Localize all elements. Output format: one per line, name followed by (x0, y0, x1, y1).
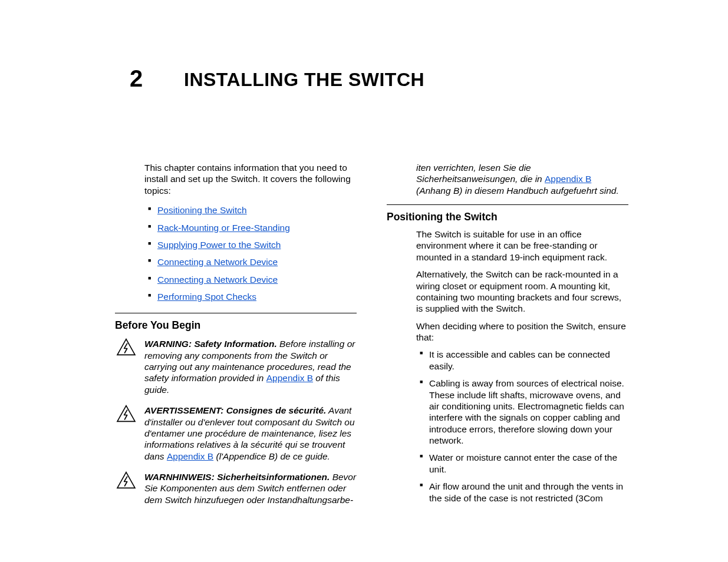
positioning-heading: Positioning the Switch (387, 211, 628, 224)
toc-item: Rack-Mounting or Free-Standing (148, 222, 357, 233)
warning-block-fr: AVERTISSEMENT: Consignes de sécurité. Av… (115, 405, 357, 462)
appendix-link[interactable]: Appendix B (167, 451, 213, 461)
positioning-p1: The Switch is suitable for use in an off… (416, 229, 628, 263)
positioning-p3: When deciding where to position the Swit… (416, 320, 628, 343)
toc-item: Positioning the Switch (148, 204, 357, 216)
svg-marker-2 (117, 472, 135, 488)
warning-block-en: WARNING: Safety Information. Before inst… (115, 338, 357, 395)
toc-link-supplying-power[interactable]: Supplying Power to the Switch (157, 240, 281, 250)
right-column: iten verrichten, lesen Sie die Sicherhei… (387, 162, 628, 510)
electrical-warning-icon (116, 405, 136, 422)
toc-item: Connecting a Network Device (148, 274, 357, 285)
appendix-link[interactable]: Appendix B (266, 373, 313, 383)
cont-before: iten verrichten, lesen Sie die Sicherhei… (416, 163, 545, 184)
positioning-bullets: It is accessible and cables can be conne… (420, 349, 628, 504)
warning-lead: WARNING: Safety Information. (144, 339, 277, 349)
positioning-p2: Alternatively, the Switch can be rack-mo… (416, 269, 628, 315)
toc-item: Performing Spot Checks (148, 291, 357, 302)
left-column: This chapter contains information that y… (115, 162, 357, 515)
list-item: Water or moisture cannot enter the case … (420, 452, 628, 475)
intro-paragraph: This chapter contains information that y… (144, 162, 357, 196)
toc-link-positioning[interactable]: Positioning the Switch (157, 205, 247, 215)
section-rule (387, 204, 628, 205)
toc-link-spot-checks[interactable]: Performing Spot Checks (157, 292, 256, 302)
electrical-warning-icon (116, 471, 136, 489)
toc-link-rack-mounting[interactable]: Rack-Mounting or Free-Standing (157, 223, 290, 233)
warning-body-after: (l'Appendice B) de ce guide. (213, 451, 330, 461)
toc-link-connecting-device-1[interactable]: Connecting a Network Device (157, 257, 278, 267)
toc-item: Supplying Power to the Switch (148, 239, 357, 250)
toc-item: Connecting a Network Device (148, 256, 357, 267)
cont-after: (Anhang B) in diesem Handbuch aufgefuehr… (416, 186, 619, 196)
appendix-link[interactable]: Appendix B (545, 174, 591, 184)
warning-block-de: WARNHINWEIS: Sicherheitsinformationen. B… (115, 471, 357, 505)
list-item: Air flow around the unit and through the… (420, 481, 628, 504)
before-you-begin-heading: Before You Begin (115, 319, 357, 332)
list-item: It is accessible and cables can be conne… (420, 349, 628, 372)
svg-marker-0 (117, 339, 135, 355)
svg-marker-1 (117, 406, 135, 422)
toc-list: Positioning the Switch Rack-Mounting or … (148, 204, 357, 302)
warning-lead: AVERTISSEMENT: Consignes de sécurité. (144, 405, 326, 415)
document-page: 2 INSTALLING THE SWITCH This chapter con… (0, 0, 728, 562)
section-rule (115, 313, 357, 313)
toc-link-connecting-device-2[interactable]: Connecting a Network Device (157, 275, 278, 285)
chapter-number: 2 (130, 64, 143, 93)
warning-lead: WARNHINWEIS: Sicherheitsinformationen. (144, 472, 330, 482)
warning-continuation: iten verrichten, lesen Sie die Sicherhei… (416, 162, 628, 196)
list-item: Cabling is away from sources of electric… (420, 378, 628, 446)
chapter-title: INSTALLING THE SWITCH (184, 68, 424, 91)
electrical-warning-icon (116, 338, 136, 356)
